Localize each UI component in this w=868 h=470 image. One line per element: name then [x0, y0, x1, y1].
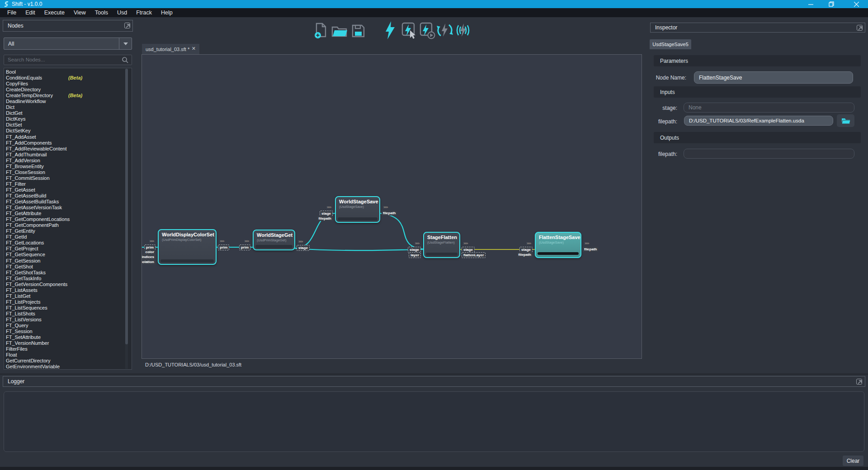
node-list-item[interactable]: CreateTempDirectory(Beta) [4, 93, 132, 99]
node-list-item[interactable]: ConditionEquals(Beta) [4, 75, 132, 81]
input-port-layer[interactable]: layer [409, 252, 421, 258]
logger-undock-icon[interactable] [856, 379, 862, 385]
node-list-item[interactable]: FT_GetTaskInfo [4, 276, 132, 282]
expand-ports-icon[interactable]: >>> [463, 242, 467, 245]
node-name-input[interactable]: FlattenStageSave [694, 71, 853, 84]
node-list-item[interactable]: FT_GetLocations [4, 240, 132, 246]
node-list-item[interactable]: FT_CommitSession [4, 175, 132, 181]
node-list-item[interactable]: GetCurrentDirectory [4, 358, 132, 364]
node-list-item[interactable]: DictGet [4, 110, 132, 116]
node-list-item[interactable]: DictSet [4, 122, 132, 128]
node-list-item[interactable]: CopyFiles [4, 81, 132, 87]
node-list-item[interactable]: FT_Filter [4, 181, 132, 187]
node-list-item[interactable]: FT_GetShot [4, 264, 132, 270]
restore-button[interactable] [821, 0, 842, 8]
search-input[interactable]: Search Nodes... [4, 55, 132, 65]
node-list-item[interactable]: FT_AddComponents [4, 140, 132, 146]
node-list-item[interactable]: DictKeys [4, 116, 132, 122]
node-list-item[interactable]: FT_Session [4, 329, 132, 334]
input-port-prim[interactable]: prim [239, 244, 250, 250]
stage-input[interactable]: None [684, 103, 854, 113]
graph-node-WorldStageGet[interactable]: WorldStageGet(UsdPrimStageGet) [253, 230, 295, 250]
inspector-node-tab[interactable]: UsdStageSave5 [650, 39, 691, 49]
document-tab[interactable]: usd_tutorial_03.sft * ✕ [142, 44, 199, 54]
menu-item-view[interactable]: View [69, 9, 90, 17]
node-list-item[interactable]: FT_GetAssetVersionTask [4, 205, 132, 211]
re-execute-button[interactable] [437, 22, 453, 39]
output-port-prim[interactable]: prim [218, 244, 229, 250]
input-port-interpolation[interactable]: interpolation [142, 259, 156, 264]
node-list-item[interactable]: FT_GetAttribute [4, 211, 132, 216]
node-list-item[interactable]: FT_GetAssetBuildTasks [4, 199, 132, 205]
expand-ports-icon[interactable]: >>> [245, 240, 249, 243]
node-list-item[interactable]: FT_ListVersions [4, 317, 132, 323]
input-port-filepath[interactable]: filepath [317, 216, 333, 221]
graph-node-FlattenStageSave[interactable]: FlattenStageSave(UsdStageSave) [535, 232, 581, 258]
node-list-item[interactable]: FT_GetVersionComponents [4, 282, 132, 287]
minimize-button[interactable] [800, 0, 821, 8]
output-port-stage[interactable]: stage [297, 245, 310, 251]
node-list-item[interactable]: FT_AddAsset [4, 134, 132, 140]
node-list-item[interactable]: FT_GetSequence [4, 252, 132, 258]
node-list-item[interactable]: FT_Query [4, 323, 132, 329]
menu-item-help[interactable]: Help [156, 9, 177, 17]
new-file-button[interactable] [314, 23, 328, 39]
node-list-item[interactable]: FT_BrowseEntity [4, 164, 132, 169]
output-port-flattenLayer[interactable]: flattenLayer [462, 252, 486, 258]
menu-item-ftrack[interactable]: Ftrack [132, 9, 156, 17]
node-list-item[interactable]: FT_GetShotTasks [4, 270, 132, 276]
graph-node-WorldStageSave[interactable]: WorldStageSave(UsdStageSave) [335, 196, 380, 223]
node-list-item[interactable]: FT_ListSequences [4, 305, 132, 311]
menu-item-file[interactable]: File [3, 9, 21, 17]
input-port-indices[interactable]: indices [142, 254, 156, 259]
output-port-filepath[interactable]: filepath [583, 247, 598, 252]
close-button[interactable] [844, 0, 868, 8]
output-filepath-input[interactable] [684, 149, 854, 159]
execute-live-button[interactable] [455, 22, 471, 39]
expand-ports-icon[interactable]: >>> [585, 242, 589, 245]
node-list-item[interactable]: FT_ListShots [4, 311, 132, 317]
save-file-button[interactable] [351, 24, 365, 38]
node-list-item[interactable]: FT_ListProjects [4, 299, 132, 305]
dropdown-arrow-zone[interactable] [119, 38, 132, 49]
node-graph-canvas[interactable]: WorldDisplayColorSet(UsdPrimDisplayColor… [142, 54, 642, 359]
node-list-item[interactable]: FT_AddReviewableContent [4, 146, 132, 152]
node-list-item[interactable]: FT_GetEntity [4, 228, 132, 234]
node-list-item[interactable]: FT_GetProject [4, 246, 132, 252]
node-list-item[interactable]: FT_GetSession [4, 258, 132, 264]
node-type-list[interactable]: BoolConditionEquals(Beta)CopyFilesCreate… [4, 68, 132, 370]
tab-close-icon[interactable]: ✕ [192, 46, 196, 52]
expand-ports-icon[interactable]: >>> [415, 242, 419, 245]
node-list-item[interactable]: FilterFiles [4, 346, 132, 352]
menu-item-usd[interactable]: Usd [113, 9, 132, 17]
menu-item-edit[interactable]: Edit [21, 9, 40, 17]
browse-filepath-button[interactable] [837, 114, 854, 127]
node-list-item[interactable]: FT_ListAssets [4, 287, 132, 293]
clear-log-button[interactable]: Clear [843, 456, 863, 466]
node-list-item[interactable]: FT_VersionNumber [4, 340, 132, 346]
expand-ports-icon[interactable]: >>> [383, 206, 387, 209]
graph-node-StageFlatten[interactable]: StageFlatten(UsdStageFlatten) [423, 232, 460, 258]
node-list-item[interactable]: FT_GetId [4, 234, 132, 240]
menu-item-execute[interactable]: Execute [40, 9, 69, 17]
node-list-item[interactable]: FT_SetAttribute [4, 334, 132, 340]
node-list-scrollbar[interactable] [125, 69, 128, 369]
node-list-item[interactable]: FT_AddThumbnail [4, 152, 132, 158]
output-port-filepath[interactable]: filepath [382, 211, 397, 216]
node-filter-dropdown[interactable]: All [4, 38, 132, 50]
node-list-item[interactable]: GetEnvironmentVariable [4, 364, 132, 370]
execute-from-button[interactable] [420, 22, 436, 39]
connection-wire[interactable] [295, 249, 424, 250]
node-list-item[interactable]: FT_ListGet [4, 293, 132, 299]
node-list-item[interactable]: Dict [4, 104, 132, 110]
nodes-undock-icon[interactable] [124, 23, 130, 28]
node-list-item[interactable]: FT_GetAsset [4, 187, 132, 193]
execute-button[interactable] [385, 21, 396, 39]
execute-selected-button[interactable] [401, 22, 417, 39]
logger-splitter[interactable] [0, 373, 868, 375]
open-file-button[interactable] [331, 25, 348, 38]
input-port-filepath[interactable]: filepath [517, 252, 533, 257]
node-list-item[interactable]: CreateDirectory [4, 87, 132, 93]
node-list-item[interactable]: FT_GetComponentLocations [4, 216, 132, 222]
inspector-undock-icon[interactable] [857, 25, 863, 31]
